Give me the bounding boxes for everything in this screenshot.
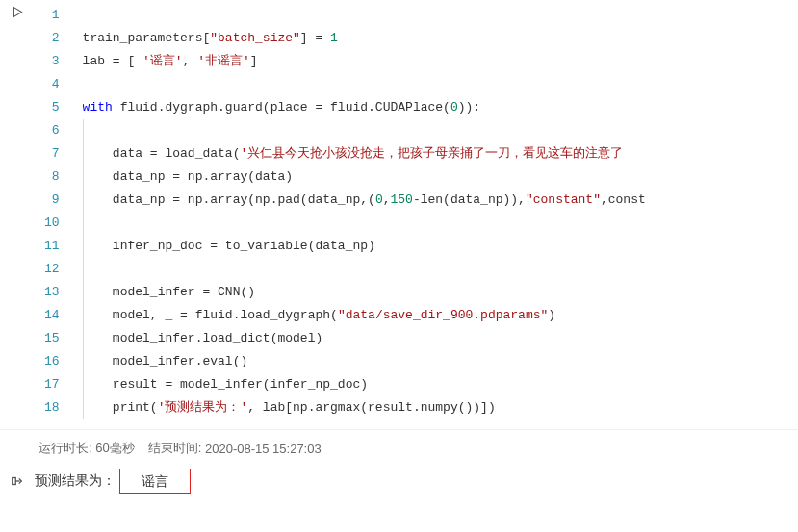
output-value-box: 谣言 bbox=[119, 469, 191, 494]
line-number: 6 bbox=[44, 119, 60, 142]
svg-marker-0 bbox=[13, 8, 21, 17]
line-number: 8 bbox=[44, 165, 60, 189]
code-line[interactable]: model_infer = CNN() bbox=[83, 281, 798, 304]
svg-rect-1 bbox=[13, 477, 16, 484]
code-line[interactable] bbox=[83, 119, 798, 142]
code-line[interactable]: model_infer.eval() bbox=[83, 350, 798, 373]
line-number: 2 bbox=[44, 27, 60, 50]
line-number: 1 bbox=[44, 4, 60, 27]
line-number: 4 bbox=[44, 73, 60, 96]
run-icon[interactable] bbox=[12, 8, 24, 22]
line-number: 13 bbox=[44, 281, 60, 304]
runtime-value: 60毫秒 bbox=[95, 440, 134, 457]
code-line[interactable]: train_parameters["batch_size"] = 1 bbox=[83, 27, 798, 50]
line-number: 15 bbox=[44, 327, 60, 350]
code-cell: 123456789101112131415161718 train_parame… bbox=[0, 0, 798, 430]
code-editor[interactable]: 123456789101112131415161718 train_parame… bbox=[35, 0, 798, 429]
run-gutter bbox=[0, 0, 35, 22]
code-line[interactable] bbox=[83, 4, 798, 27]
output-value: 谣言 bbox=[142, 473, 168, 489]
output-label: 预测结果为： bbox=[35, 472, 116, 490]
notebook-cell: 123456789101112131415161718 train_parame… bbox=[0, 0, 798, 503]
code-line[interactable]: model_infer.load_dict(model) bbox=[83, 327, 798, 350]
code-line[interactable] bbox=[83, 212, 798, 235]
code-line[interactable]: with fluid.dygraph.guard(place = fluid.C… bbox=[83, 96, 798, 119]
run-meta-bar: 运行时长: 60毫秒 结束时间: 2020-08-15 15:27:03 bbox=[0, 430, 798, 465]
code-line[interactable]: infer_np_doc = to_variable(data_np) bbox=[83, 235, 798, 258]
endtime-value: 2020-08-15 15:27:03 bbox=[205, 442, 322, 456]
code-content[interactable]: train_parameters["batch_size"] = 1lab = … bbox=[83, 4, 798, 419]
code-line[interactable]: data = load_data('兴仁县今天抢小孩没抢走，把孩子母亲捅了一刀，… bbox=[83, 142, 798, 165]
line-number: 9 bbox=[44, 189, 60, 212]
line-number: 14 bbox=[44, 304, 60, 327]
line-number: 17 bbox=[44, 373, 60, 396]
line-number: 5 bbox=[44, 96, 60, 119]
line-number: 11 bbox=[44, 235, 60, 258]
code-line[interactable]: data_np = np.array(np.pad(data_np,(0,150… bbox=[83, 189, 798, 212]
line-number-gutter: 123456789101112131415161718 bbox=[35, 4, 83, 419]
output-row: 预测结果为： 谣言 bbox=[0, 465, 798, 503]
code-line[interactable]: data_np = np.array(data) bbox=[83, 165, 798, 189]
code-line[interactable] bbox=[83, 73, 798, 96]
endtime-label: 结束时间: bbox=[148, 440, 202, 457]
output-gutter bbox=[0, 472, 35, 491]
line-number: 18 bbox=[44, 396, 60, 419]
line-number: 12 bbox=[44, 258, 60, 281]
code-line[interactable]: lab = [ '谣言', '非谣言'] bbox=[83, 50, 798, 73]
output-icon bbox=[11, 475, 24, 491]
code-line[interactable] bbox=[83, 258, 798, 281]
code-line[interactable]: result = model_infer(infer_np_doc) bbox=[83, 373, 798, 396]
line-number: 16 bbox=[44, 350, 60, 373]
line-number: 10 bbox=[44, 212, 60, 235]
code-line[interactable]: print('预测结果为：', lab[np.argmax(result.num… bbox=[83, 396, 798, 419]
runtime-label: 运行时长: bbox=[39, 440, 92, 457]
line-number: 3 bbox=[44, 50, 60, 73]
code-line[interactable]: model, _ = fluid.load_dygraph("data/save… bbox=[83, 304, 798, 327]
line-number: 7 bbox=[44, 142, 60, 165]
